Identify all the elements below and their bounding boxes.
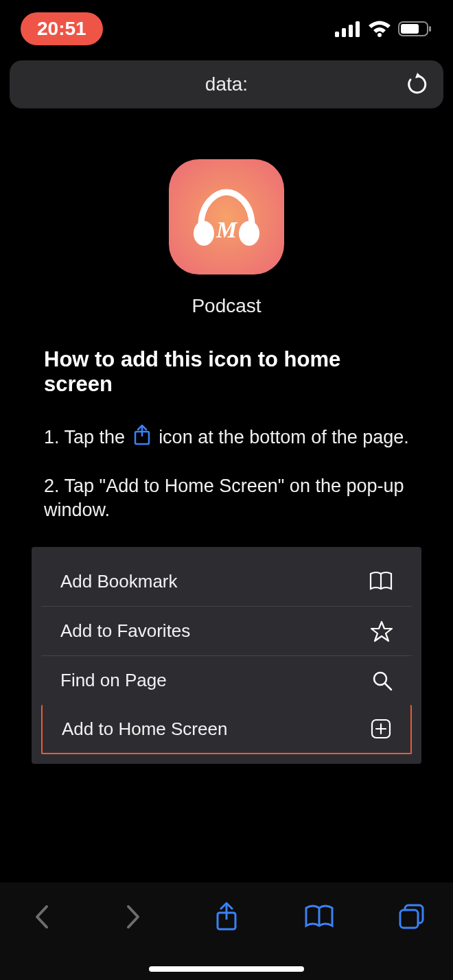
- share-icon: [215, 902, 238, 932]
- svg-point-8: [194, 221, 214, 246]
- menu-item-find-on-page: Find on Page: [41, 655, 412, 705]
- search-icon: [372, 670, 393, 691]
- wifi-icon: [368, 21, 391, 37]
- menu-item-add-bookmark: Add Bookmark: [41, 557, 412, 606]
- reload-button[interactable]: [406, 73, 428, 96]
- url-bar[interactable]: data:: [10, 60, 443, 108]
- menu-item-label: Add to Favorites: [60, 620, 190, 642]
- forward-button[interactable]: [117, 900, 150, 933]
- bookmarks-button[interactable]: [303, 900, 336, 933]
- chevron-left-icon: [33, 904, 49, 930]
- instruction-step-2: 2. Tap "Add to Home Screen" on the pop-u…: [15, 474, 438, 522]
- svg-rect-0: [335, 32, 339, 37]
- status-bar: 20:51: [0, 0, 453, 52]
- star-icon: [371, 620, 393, 642]
- app-icon: M: [169, 159, 284, 275]
- share-button[interactable]: [210, 900, 243, 933]
- svg-rect-6: [401, 24, 419, 34]
- svg-text:M: M: [216, 217, 238, 242]
- svg-line-15: [385, 684, 391, 690]
- home-indicator[interactable]: [149, 966, 304, 972]
- step1-text-after: icon at the bottom of the page.: [159, 427, 409, 447]
- battery-icon: [398, 21, 432, 37]
- instruction-step-1: 1. Tap the icon at the bottom of the pag…: [15, 424, 438, 450]
- menu-item-add-home-screen: Add to Home Screen: [41, 705, 412, 754]
- step1-text-before: 1. Tap the: [44, 427, 130, 447]
- page-content: M Podcast How to add this icon to home s…: [0, 118, 453, 764]
- app-label: Podcast: [191, 295, 261, 317]
- book-icon: [304, 904, 334, 930]
- svg-point-9: [239, 221, 259, 246]
- tabs-icon: [398, 903, 426, 931]
- headphones-icon: M: [189, 183, 264, 251]
- cellular-icon: [335, 21, 361, 37]
- browser-toolbar: [0, 883, 453, 980]
- svg-rect-3: [356, 21, 360, 37]
- app-icon-section: M Podcast: [15, 159, 438, 317]
- share-icon: [133, 424, 151, 446]
- menu-item-add-favorites: Add to Favorites: [41, 606, 412, 655]
- plus-box-icon: [371, 719, 391, 739]
- svg-rect-2: [349, 25, 353, 37]
- reload-icon: [406, 73, 428, 96]
- menu-item-label: Find on Page: [60, 670, 167, 691]
- menu-item-label: Add Bookmark: [60, 571, 178, 592]
- menu-item-label: Add to Home Screen: [62, 719, 227, 740]
- chevron-right-icon: [126, 904, 142, 930]
- svg-rect-23: [400, 910, 418, 928]
- status-icons: [335, 21, 432, 37]
- example-share-menu: Add Bookmark Add to Favorites Find on Pa…: [32, 547, 421, 764]
- book-icon: [369, 571, 393, 592]
- back-button[interactable]: [25, 900, 58, 933]
- tabs-button[interactable]: [395, 900, 428, 933]
- svg-rect-1: [342, 28, 346, 37]
- svg-rect-7: [429, 26, 431, 32]
- time-pill: 20:51: [21, 12, 103, 45]
- svg-point-4: [378, 33, 382, 37]
- page-title: How to add this icon to home screen: [15, 347, 438, 397]
- url-text: data:: [205, 73, 248, 95]
